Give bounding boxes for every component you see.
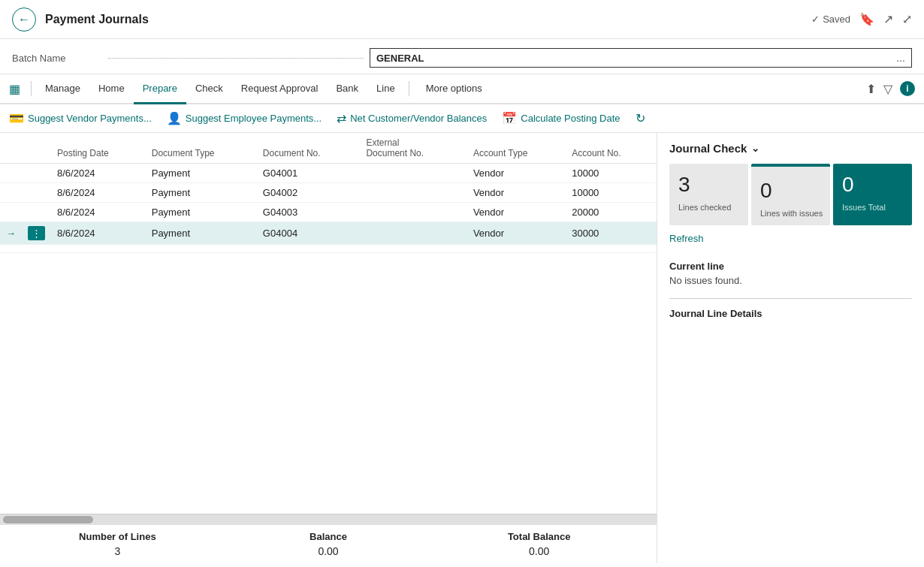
nav-right-icons: ⬆ ▽ i bbox=[866, 81, 915, 96]
row-ext-doc-no bbox=[360, 222, 467, 245]
row-account-type: Vendor bbox=[467, 183, 566, 203]
issues-total-label: Issues Total bbox=[842, 203, 906, 212]
row-ext-doc-no bbox=[360, 183, 467, 203]
nav-separator-1 bbox=[31, 81, 32, 96]
bookmark-icon[interactable]: 🔖 bbox=[859, 12, 874, 26]
options-button[interactable]: ⋮ bbox=[28, 226, 45, 240]
col-ext-doc-no: External Document No. bbox=[360, 133, 467, 164]
row-document-type bbox=[146, 245, 257, 253]
row-document-no: G04002 bbox=[257, 183, 361, 203]
page-title: Payment Journals bbox=[45, 13, 149, 26]
row-options bbox=[22, 164, 51, 183]
issues-total-number: 0 bbox=[842, 173, 906, 197]
journal-check-header: Journal Check ⌄ bbox=[669, 142, 912, 155]
saved-label: Saved bbox=[823, 14, 850, 25]
row-posting-date: 8/6/2024 bbox=[51, 222, 146, 245]
header-left: ← Payment Journals bbox=[12, 8, 149, 32]
batch-more-button[interactable]: ... bbox=[896, 52, 905, 64]
filter-icon[interactable]: ▽ bbox=[883, 82, 892, 96]
table-row[interactable]: 8/6/2024PaymentG04001Vendor10000 bbox=[0, 164, 657, 183]
row-account-type: Vendor bbox=[467, 203, 566, 222]
total-balance-value: 0.00 bbox=[433, 545, 645, 557]
table-row[interactable]: 8/6/2024PaymentG04002Vendor10000 bbox=[0, 183, 657, 203]
col-posting-date: Posting Date bbox=[51, 133, 146, 164]
back-button[interactable]: ← bbox=[12, 8, 36, 32]
refresh-link[interactable]: Refresh bbox=[669, 233, 704, 244]
table-row[interactable]: 8/6/2024PaymentG04003Vendor20000 bbox=[0, 203, 657, 222]
nav-item-bank[interactable]: Bank bbox=[327, 74, 367, 104]
row-ext-doc-no bbox=[360, 245, 467, 253]
footer-balance: Balance 0.00 bbox=[223, 531, 434, 557]
lines-issues-label: Lines with issues bbox=[760, 209, 824, 218]
nav-item-more[interactable]: More options bbox=[417, 74, 491, 104]
suggest-vendor-btn[interactable]: 💳 Suggest Vendor Payments... bbox=[9, 109, 152, 128]
row-posting-date: 8/6/2024 bbox=[51, 183, 146, 203]
nav-item-check[interactable]: Check bbox=[186, 74, 232, 104]
nav-item-line[interactable]: Line bbox=[367, 74, 404, 104]
balance-value: 0.00 bbox=[223, 545, 434, 557]
row-document-type: Payment bbox=[146, 183, 257, 203]
info-icon[interactable]: i bbox=[900, 81, 915, 96]
suggest-employee-label: Suggest Employee Payments... bbox=[186, 113, 322, 124]
col-document-no: Document No. bbox=[257, 133, 361, 164]
footer-total-balance: Total Balance 0.00 bbox=[433, 531, 645, 557]
horizontal-scrollbar[interactable] bbox=[0, 514, 657, 524]
nav-item-prepare[interactable]: Prepare bbox=[134, 74, 186, 104]
current-line-title: Current line bbox=[669, 261, 912, 272]
nav-item-request-approval[interactable]: Request Approval bbox=[232, 74, 328, 104]
row-document-no: G04004 bbox=[257, 222, 361, 245]
row-account-no bbox=[566, 245, 657, 253]
row-posting-date bbox=[51, 245, 146, 253]
num-lines-value: 3 bbox=[12, 545, 223, 557]
calculate-posting-btn[interactable]: 📅 Calculate Posting Date bbox=[502, 109, 620, 128]
journal-check-title: Journal Check bbox=[669, 142, 747, 155]
calculate-label: Calculate Posting Date bbox=[521, 113, 620, 124]
extra-btn[interactable]: ↻ bbox=[636, 109, 645, 128]
stat-cards: 3 Lines checked 0 Lines with issues 0 Is… bbox=[669, 164, 912, 225]
batch-value-container[interactable]: GENERAL ... bbox=[370, 48, 912, 68]
extra-icon: ↻ bbox=[636, 111, 645, 125]
journal-table: Posting Date Document Type Document No. … bbox=[0, 133, 657, 253]
row-arrow: → bbox=[0, 222, 22, 245]
collapse-icon[interactable]: ⤢ bbox=[902, 12, 912, 26]
nav-bar: ▦ Manage Home Prepare Check Request Appr… bbox=[0, 74, 924, 104]
row-account-type: Vendor bbox=[467, 164, 566, 183]
col-arrow bbox=[0, 133, 22, 164]
suggest-employee-btn[interactable]: 👤 Suggest Employee Payments... bbox=[167, 109, 322, 128]
stat-card-lines-issues: 0 Lines with issues bbox=[751, 164, 830, 225]
row-document-type: Payment bbox=[146, 164, 257, 183]
nav-item-manage[interactable]: Manage bbox=[36, 74, 89, 104]
col-account-no: Account No. bbox=[566, 133, 657, 164]
no-issues-text: No issues found. bbox=[669, 275, 912, 286]
row-arrow bbox=[0, 203, 22, 222]
grid-icon[interactable]: ▦ bbox=[9, 82, 20, 96]
batch-value: GENERAL bbox=[376, 53, 896, 64]
row-options bbox=[22, 183, 51, 203]
stat-card-lines-checked: 3 Lines checked bbox=[669, 164, 748, 225]
scrollbar-thumb[interactable] bbox=[3, 516, 93, 523]
row-account-type bbox=[467, 245, 566, 253]
table-row[interactable] bbox=[0, 245, 657, 253]
table-row[interactable]: →⋮8/6/2024PaymentG04004Vendor30000 bbox=[0, 222, 657, 245]
num-lines-label: Number of Lines bbox=[12, 531, 223, 542]
calculate-icon: 📅 bbox=[502, 111, 517, 125]
row-account-no: 30000 bbox=[566, 222, 657, 245]
suggest-vendor-icon: 💳 bbox=[9, 111, 24, 125]
journal-table-area: Posting Date Document Type Document No. … bbox=[0, 133, 657, 563]
row-document-no: G04003 bbox=[257, 203, 361, 222]
net-customer-btn[interactable]: ⇄ Net Customer/Vendor Balances bbox=[337, 109, 487, 128]
suggest-vendor-label: Suggest Vendor Payments... bbox=[28, 113, 152, 124]
right-panel: Journal Check ⌄ 3 Lines checked 0 Lines … bbox=[657, 133, 924, 563]
col-options bbox=[22, 133, 51, 164]
row-document-no: G04001 bbox=[257, 164, 361, 183]
toolbar: 💳 Suggest Vendor Payments... 👤 Suggest E… bbox=[0, 104, 924, 133]
row-options[interactable]: ⋮ bbox=[22, 222, 51, 245]
journal-line-details-title: Journal Line Details bbox=[669, 308, 912, 319]
nav-item-home[interactable]: Home bbox=[89, 74, 134, 104]
export-icon[interactable]: ⬆ bbox=[866, 82, 876, 96]
lines-checked-number: 3 bbox=[678, 173, 742, 197]
panel-divider bbox=[669, 298, 912, 299]
chevron-down-icon[interactable]: ⌄ bbox=[751, 143, 759, 154]
external-link-icon[interactable]: ↗ bbox=[883, 12, 893, 26]
header: ← Payment Journals ✓ Saved 🔖 ↗ ⤢ bbox=[0, 0, 924, 39]
